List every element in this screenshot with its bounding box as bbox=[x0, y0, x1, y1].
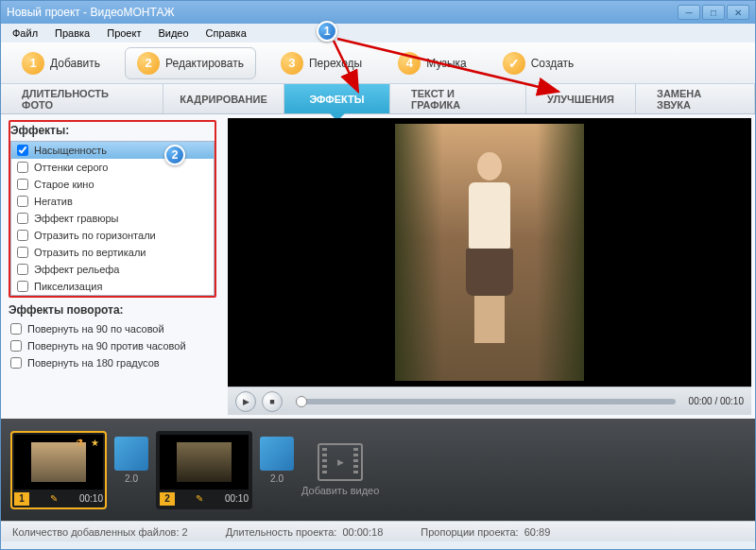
minimize-button[interactable]: ─ bbox=[678, 5, 700, 20]
edit-clip-icon[interactable]: ✎ bbox=[50, 493, 58, 504]
effect-item-relief[interactable]: Эффект рельефа bbox=[11, 261, 214, 278]
transition-slot-1[interactable]: 2.0 bbox=[112, 437, 150, 503]
timeline-clip-1[interactable]: ⚗★ 1 ✎ 00:10 bbox=[10, 431, 107, 509]
check-icon: ✓ bbox=[503, 52, 525, 75]
rotate-label: Повернуть на 90 по часовой bbox=[27, 323, 164, 335]
effect-checkbox[interactable] bbox=[17, 145, 28, 156]
effect-label: Пикселизация bbox=[34, 281, 102, 292]
step-edit[interactable]: 2 Редактировать bbox=[125, 47, 256, 79]
transition-thumbnail bbox=[114, 437, 148, 471]
step-num-icon: 3 bbox=[281, 52, 303, 75]
close-button[interactable]: ✕ bbox=[727, 5, 749, 20]
star-badge-icon: ★ bbox=[88, 437, 101, 450]
tab-photo-duration[interactable]: ДЛИТЕЛЬНОСТЬ ФОТО bbox=[1, 84, 163, 113]
effect-label: Отразить по горизонтали bbox=[34, 230, 156, 241]
rotate-90-ccw[interactable]: Повернуть на 90 против часовой bbox=[9, 337, 216, 354]
effect-label: Эффект гравюры bbox=[34, 213, 119, 224]
transition-thumbnail bbox=[260, 437, 294, 471]
add-video-label: Добавить видео bbox=[301, 485, 379, 496]
status-duration: Длительность проекта: 00:00:18 bbox=[226, 526, 384, 538]
statusbar: Количество добавленных файлов: 2 Длитель… bbox=[1, 521, 755, 541]
effect-label: Насыщенность bbox=[34, 145, 107, 156]
annotation-marker-1: 1 bbox=[317, 21, 337, 42]
stop-button[interactable]: ■ bbox=[262, 391, 283, 412]
tab-effects[interactable]: ЭФФЕКТЫ bbox=[284, 84, 390, 113]
window-title: Новый проект - ВидеоМОНТАЖ bbox=[7, 6, 678, 19]
status-files: Количество добавленных файлов: 2 bbox=[12, 526, 188, 538]
effects-sidebar: Эффекты: Насыщенность Оттенки серого Ста… bbox=[1, 114, 224, 419]
effects-list[interactable]: Насыщенность Оттенки серого Старое кино … bbox=[10, 141, 215, 296]
time-display: 00:00 / 00:10 bbox=[689, 396, 744, 406]
step-create[interactable]: ✓ Создать bbox=[491, 48, 586, 78]
rotate-label: Повернуть на 180 градусов bbox=[27, 357, 160, 369]
rotate-90-cw[interactable]: Повернуть на 90 по часовой bbox=[9, 320, 216, 337]
titlebar: Новый проект - ВидеоМОНТАЖ ─ □ ✕ bbox=[1, 1, 755, 24]
timeline-clip-2[interactable]: 2 ✎ 00:10 bbox=[156, 431, 252, 509]
rotation-title: Эффекты поворота: bbox=[9, 301, 216, 320]
rotate-180[interactable]: Повернуть на 180 градусов bbox=[9, 354, 216, 371]
seek-thumb[interactable] bbox=[296, 396, 307, 407]
preview-viewport bbox=[228, 118, 751, 387]
step-label: Переходы bbox=[309, 57, 362, 70]
step-label: Создать bbox=[531, 57, 575, 70]
rotate-checkbox[interactable] bbox=[10, 323, 22, 335]
tab-replace-audio[interactable]: ЗАМЕНА ЗВУКА bbox=[636, 84, 755, 113]
effect-label: Негатив bbox=[34, 196, 73, 207]
effect-checkbox[interactable] bbox=[17, 230, 28, 241]
step-num-icon: 2 bbox=[137, 52, 160, 75]
clip-thumbnail bbox=[160, 435, 249, 490]
player-controls: ▶ ■ 00:00 / 00:10 bbox=[228, 387, 751, 415]
effect-checkbox[interactable] bbox=[17, 213, 28, 224]
effect-item-grayscale[interactable]: Оттенки серого bbox=[11, 159, 214, 176]
effect-checkbox[interactable] bbox=[17, 162, 28, 173]
play-button[interactable]: ▶ bbox=[235, 391, 256, 412]
transition-duration: 2.0 bbox=[270, 473, 284, 484]
edit-clip-icon[interactable]: ✎ bbox=[196, 493, 203, 504]
editor-subtabs: ДЛИТЕЛЬНОСТЬ ФОТО КАДРИРОВАНИЕ ЭФФЕКТЫ Т… bbox=[1, 84, 755, 114]
menu-file[interactable]: Файл bbox=[5, 26, 45, 41]
clip-thumbnail: ⚗★ bbox=[14, 435, 103, 490]
preview-frame bbox=[395, 124, 584, 381]
menu-project[interactable]: Проект bbox=[99, 26, 148, 41]
clip-index: 1 bbox=[14, 492, 29, 506]
tab-improvements[interactable]: УЛУЧШЕНИЯ bbox=[526, 84, 636, 113]
status-aspect: Пропорции проекта: 60:89 bbox=[421, 526, 550, 538]
clip-duration: 00:10 bbox=[79, 493, 103, 504]
seek-bar[interactable] bbox=[296, 399, 676, 404]
tab-text-graphics[interactable]: ТЕКСТ И ГРАФИКА bbox=[390, 84, 526, 113]
rotation-list: Повернуть на 90 по часовой Повернуть на … bbox=[9, 320, 216, 371]
add-video-button[interactable]: ▶ Добавить видео bbox=[301, 443, 379, 496]
transition-slot-2[interactable]: 2.0 bbox=[258, 437, 296, 503]
effect-item-flip-h[interactable]: Отразить по горизонтали bbox=[11, 227, 214, 244]
rotate-checkbox[interactable] bbox=[10, 357, 22, 369]
menu-help[interactable]: Справка bbox=[198, 26, 254, 41]
step-music[interactable]: 4 Музыка bbox=[387, 48, 477, 78]
effect-checkbox[interactable] bbox=[17, 179, 28, 190]
step-transitions[interactable]: 3 Переходы bbox=[269, 48, 373, 78]
effect-label: Оттенки серого bbox=[34, 162, 108, 173]
effect-checkbox[interactable] bbox=[17, 247, 28, 258]
rotate-checkbox[interactable] bbox=[10, 340, 22, 352]
tab-crop[interactable]: КАДРИРОВАНИЕ bbox=[163, 84, 284, 113]
effect-item-old-film[interactable]: Старое кино bbox=[11, 176, 214, 193]
menu-edit[interactable]: Правка bbox=[47, 26, 97, 41]
film-icon: ▶ bbox=[318, 443, 363, 481]
timeline[interactable]: ⚗★ 1 ✎ 00:10 2.0 2 ✎ 00:10 2.0 ▶ bbox=[1, 419, 755, 521]
effect-item-pixelate[interactable]: Пикселизация bbox=[11, 278, 214, 295]
step-num-icon: 1 bbox=[22, 52, 44, 75]
effect-checkbox[interactable] bbox=[17, 196, 28, 207]
effect-label: Старое кино bbox=[34, 179, 94, 190]
maximize-button[interactable]: □ bbox=[702, 5, 725, 20]
effect-item-flip-v[interactable]: Отразить по вертикали bbox=[11, 244, 214, 261]
step-num-icon: 4 bbox=[398, 52, 421, 75]
step-add[interactable]: 1 Добавить bbox=[10, 48, 112, 78]
step-label: Музыка bbox=[426, 57, 466, 70]
effects-title: Эффекты: bbox=[10, 122, 215, 141]
effect-label: Эффект рельефа bbox=[34, 264, 119, 275]
effect-checkbox[interactable] bbox=[17, 281, 28, 292]
effect-checkbox[interactable] bbox=[17, 264, 28, 275]
effect-item-negative[interactable]: Негатив bbox=[11, 193, 214, 210]
effect-item-engraving[interactable]: Эффект гравюры bbox=[11, 210, 214, 227]
menu-video[interactable]: Видео bbox=[150, 26, 196, 41]
effect-label: Отразить по вертикали bbox=[34, 247, 146, 258]
